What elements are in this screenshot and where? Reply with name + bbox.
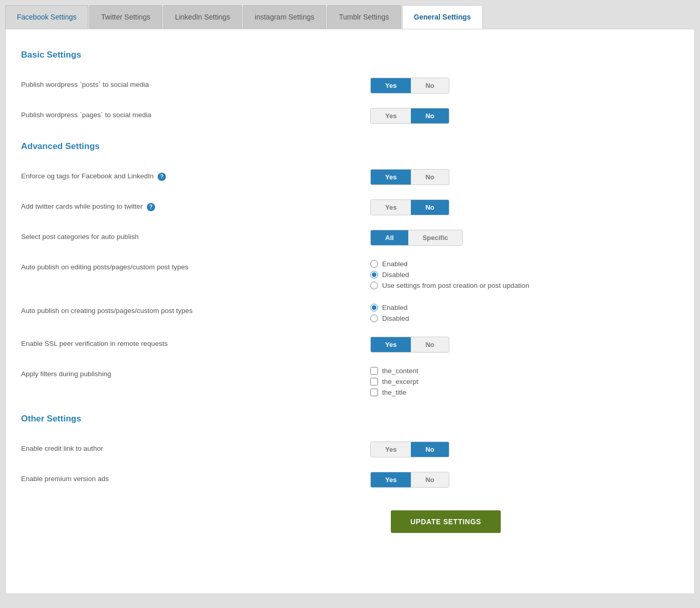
twitter-cards-control: Yes No bbox=[370, 199, 483, 215]
setting-row-twitter-cards: Add twitter cards while posting to twitt… bbox=[21, 192, 679, 223]
setting-row-auto-publish-edit: Auto publish on editing posts/pages/cust… bbox=[21, 253, 679, 297]
setting-row-auto-publish-create: Auto publish on creating posts/pages/cus… bbox=[21, 297, 679, 329]
tabs-bar: Facebook Settings Twitter Settings Linke… bbox=[5, 5, 695, 29]
publish-posts-toggle[interactable]: Yes No bbox=[370, 78, 449, 94]
basic-settings-title: Basic Settings bbox=[21, 50, 679, 60]
credit-link-control: Yes No bbox=[370, 441, 483, 457]
credit-link-yes-btn[interactable]: Yes bbox=[371, 442, 411, 457]
ssl-yes-btn[interactable]: Yes bbox=[371, 337, 411, 352]
post-categories-label: Select post categories for auto publish bbox=[21, 230, 370, 241]
og-tags-yes-btn[interactable]: Yes bbox=[371, 170, 411, 185]
filter-the-excerpt-option[interactable]: the_excerpt bbox=[370, 378, 419, 385]
publish-posts-no-btn[interactable]: No bbox=[411, 78, 448, 93]
publish-posts-yes-btn[interactable]: Yes bbox=[371, 78, 411, 93]
update-settings-button[interactable]: UPDATE SETTINGS bbox=[391, 510, 501, 533]
og-tags-control: Yes No bbox=[370, 169, 483, 185]
premium-ads-label: Enable premium version ads bbox=[21, 472, 370, 483]
auto-publish-edit-use-settings-radio[interactable] bbox=[370, 282, 378, 289]
tab-twitter[interactable]: Twitter Settings bbox=[89, 5, 162, 29]
tab-tumblr[interactable]: Tumblr Settings bbox=[327, 5, 401, 29]
auto-publish-edit-enabled-option[interactable]: Enabled bbox=[370, 260, 529, 268]
advanced-settings-title: Advanced Settings bbox=[21, 141, 679, 152]
apply-filters-checkbox-group: the_content the_excerpt the_title bbox=[370, 367, 419, 396]
premium-ads-yes-btn[interactable]: Yes bbox=[371, 472, 411, 487]
tab-instagram[interactable]: instagram Settings bbox=[243, 5, 326, 29]
publish-posts-control: Yes No bbox=[370, 78, 483, 94]
publish-pages-no-btn[interactable]: No bbox=[411, 108, 448, 123]
auto-publish-edit-enabled-radio[interactable] bbox=[370, 260, 378, 268]
ssl-no-btn[interactable]: No bbox=[411, 337, 448, 352]
publish-pages-label: Publish wordpress `pages` to social medi… bbox=[21, 108, 370, 119]
auto-publish-create-enabled-option[interactable]: Enabled bbox=[370, 304, 409, 311]
tab-general[interactable]: General Settings bbox=[402, 5, 483, 29]
og-tags-help-icon[interactable]: ? bbox=[158, 173, 166, 181]
publish-pages-toggle[interactable]: Yes No bbox=[370, 108, 449, 124]
twitter-cards-help-icon[interactable]: ? bbox=[147, 203, 155, 211]
credit-link-label: Enable credit link to author bbox=[21, 441, 370, 452]
tab-linkedin[interactable]: LinkedIn Settings bbox=[163, 5, 242, 29]
twitter-cards-label: Add twitter cards while posting to twitt… bbox=[21, 199, 370, 211]
post-categories-toggle[interactable]: All Specific bbox=[370, 230, 463, 246]
auto-publish-edit-use-settings-option[interactable]: Use settings from post creation or post … bbox=[370, 282, 529, 289]
tab-facebook[interactable]: Facebook Settings bbox=[5, 5, 88, 29]
apply-filters-label: Apply filters during publishing bbox=[21, 367, 370, 378]
twitter-cards-yes-btn[interactable]: Yes bbox=[371, 200, 411, 215]
post-categories-control: All Specific bbox=[370, 230, 483, 246]
twitter-cards-no-btn[interactable]: No bbox=[411, 200, 448, 215]
setting-row-og-tags: Enforce og tags for Facebook and LinkedI… bbox=[21, 162, 679, 192]
ssl-toggle[interactable]: Yes No bbox=[370, 337, 449, 353]
content-panel: Basic Settings Publish wordpress `posts`… bbox=[5, 29, 695, 594]
setting-row-apply-filters: Apply filters during publishing the_cont… bbox=[21, 360, 679, 403]
setting-row-publish-posts: Publish wordpress `posts` to social medi… bbox=[21, 70, 679, 101]
premium-ads-toggle[interactable]: Yes No bbox=[370, 472, 449, 488]
setting-row-post-categories: Select post categories for auto publish … bbox=[21, 223, 679, 253]
og-tags-label: Enforce og tags for Facebook and LinkedI… bbox=[21, 169, 370, 181]
og-tags-no-btn[interactable]: No bbox=[411, 170, 448, 185]
credit-link-no-btn[interactable]: No bbox=[411, 442, 448, 457]
setting-row-credit-link: Enable credit link to author Yes No bbox=[21, 434, 679, 465]
ssl-control: Yes No bbox=[370, 337, 483, 353]
setting-row-premium-ads: Enable premium version ads Yes No bbox=[21, 465, 679, 495]
filter-the-excerpt-checkbox[interactable] bbox=[370, 378, 378, 385]
auto-publish-edit-control: Enabled Disabled Use settings from post … bbox=[370, 260, 529, 289]
twitter-cards-toggle[interactable]: Yes No bbox=[370, 199, 449, 215]
post-categories-all-btn[interactable]: All bbox=[371, 230, 408, 245]
apply-filters-control: the_content the_excerpt the_title bbox=[370, 367, 483, 396]
post-categories-specific-btn[interactable]: Specific bbox=[408, 230, 463, 245]
premium-ads-control: Yes No bbox=[370, 472, 483, 488]
auto-publish-create-radio-group: Enabled Disabled bbox=[370, 304, 409, 322]
auto-publish-edit-disabled-radio[interactable] bbox=[370, 271, 378, 279]
filter-the-content-checkbox[interactable] bbox=[370, 367, 378, 375]
setting-row-publish-pages: Publish wordpress `pages` to social medi… bbox=[21, 101, 679, 131]
auto-publish-create-disabled-radio[interactable] bbox=[370, 315, 378, 322]
other-settings-title: Other Settings bbox=[21, 414, 679, 424]
auto-publish-edit-disabled-option[interactable]: Disabled bbox=[370, 271, 529, 279]
publish-posts-label: Publish wordpress `posts` to social medi… bbox=[21, 78, 370, 88]
publish-pages-control: Yes No bbox=[370, 108, 483, 124]
auto-publish-edit-radio-group: Enabled Disabled Use settings from post … bbox=[370, 260, 529, 289]
og-tags-toggle[interactable]: Yes No bbox=[370, 169, 449, 185]
page-wrapper: Facebook Settings Twitter Settings Linke… bbox=[0, 0, 700, 599]
filter-the-title-checkbox[interactable] bbox=[370, 389, 378, 396]
auto-publish-edit-label: Auto publish on editing posts/pages/cust… bbox=[21, 260, 370, 271]
filter-the-content-option[interactable]: the_content bbox=[370, 367, 419, 375]
ssl-label: Enable SSL peer verification in remote r… bbox=[21, 337, 370, 347]
setting-row-ssl: Enable SSL peer verification in remote r… bbox=[21, 329, 679, 360]
publish-pages-yes-btn[interactable]: Yes bbox=[371, 108, 411, 123]
update-settings-row: UPDATE SETTINGS bbox=[21, 495, 679, 533]
auto-publish-create-enabled-radio[interactable] bbox=[370, 304, 378, 311]
auto-publish-create-disabled-option[interactable]: Disabled bbox=[370, 315, 409, 322]
credit-link-toggle[interactable]: Yes No bbox=[370, 441, 449, 457]
auto-publish-create-control: Enabled Disabled bbox=[370, 304, 483, 322]
premium-ads-no-btn[interactable]: No bbox=[411, 472, 448, 487]
auto-publish-create-label: Auto publish on creating posts/pages/cus… bbox=[21, 304, 370, 315]
filter-the-title-option[interactable]: the_title bbox=[370, 389, 419, 396]
